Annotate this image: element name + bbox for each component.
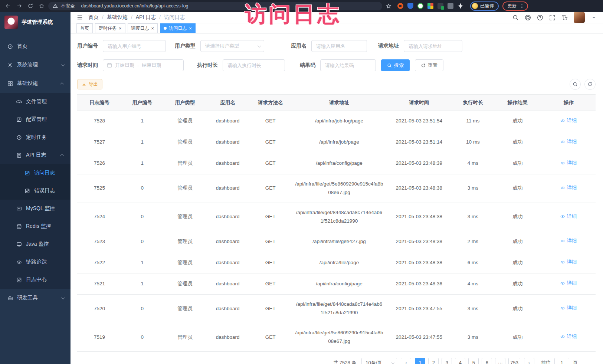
- cell-user-type: 管理员: [163, 174, 207, 203]
- page-number-button[interactable]: 6: [482, 358, 492, 364]
- refresh-table-button[interactable]: [584, 79, 596, 90]
- detail-link[interactable]: 详细: [560, 279, 577, 288]
- chevron-down-icon: [391, 361, 394, 364]
- detail-link[interactable]: 详细: [560, 212, 577, 221]
- java-icon: [16, 242, 22, 247]
- page-number-button[interactable]: 2: [428, 358, 439, 364]
- cell-result: 成功: [494, 295, 542, 323]
- search-button[interactable]: 搜索: [381, 59, 410, 71]
- config-icon: [16, 117, 22, 122]
- browser-home-icon[interactable]: [39, 3, 45, 9]
- sidebar-item[interactable]: 文件管理: [0, 93, 71, 111]
- detail-link[interactable]: 详细: [560, 258, 577, 266]
- cell-result: 成功: [494, 132, 542, 153]
- user-avatar[interactable]: [574, 12, 585, 23]
- sidebar-item[interactable]: 访问日志: [0, 164, 71, 182]
- search-icon[interactable]: [512, 14, 519, 21]
- sidebar-item[interactable]: 错误日志: [0, 182, 71, 200]
- breadcrumb-item[interactable]: 基础设施: [107, 14, 136, 21]
- cell-time: 2021-05-03 23:48:38: [386, 252, 452, 273]
- total-count: 共 7528 条: [333, 360, 356, 364]
- extension-green-icon[interactable]: [417, 3, 423, 9]
- col-url: 请求地址: [293, 95, 386, 111]
- paused-badge[interactable]: 已暂停: [470, 1, 499, 11]
- page-number-button[interactable]: 5: [468, 358, 479, 364]
- request-url-input[interactable]: [404, 40, 462, 52]
- breadcrumb-item[interactable]: API 日志: [136, 14, 164, 21]
- tag-tab[interactable]: 首页 ×: [76, 23, 93, 33]
- font-size-icon[interactable]: [561, 14, 568, 21]
- sidebar-item[interactable]: Java 监控: [0, 235, 71, 253]
- address-bar[interactable]: 不安全 dashboard.yudao.iocoder.cn/infra/log…: [48, 2, 382, 10]
- cell-url: /api/infra/job-log/page: [293, 111, 386, 132]
- bookmark-star-icon[interactable]: [386, 3, 391, 9]
- extension-person-icon[interactable]: [448, 3, 453, 9]
- table-row: 7526 1 管理员 dashboard GET /api/infra/conf…: [77, 153, 596, 174]
- duration-input[interactable]: [223, 59, 285, 71]
- page-number-button[interactable]: 1: [415, 358, 425, 364]
- close-icon[interactable]: ×: [151, 26, 154, 31]
- github-icon[interactable]: [525, 14, 531, 21]
- sidebar-item[interactable]: 定时任务: [0, 128, 71, 146]
- toggle-search-button[interactable]: [570, 79, 581, 90]
- detail-link[interactable]: 详细: [560, 237, 577, 245]
- refresh-icon: [587, 82, 593, 87]
- extension-translate-icon[interactable]: [437, 3, 443, 9]
- eye-icon: [560, 186, 565, 190]
- page-number-button[interactable]: 4: [455, 358, 465, 364]
- page-number-button[interactable]: 753: [508, 358, 520, 364]
- app-name-input[interactable]: [311, 40, 367, 52]
- extension-puzzle-icon[interactable]: [458, 3, 463, 9]
- sidebar-item[interactable]: 研发工具: [0, 289, 71, 307]
- browser-reload-icon[interactable]: [27, 3, 33, 9]
- user-type-select[interactable]: 请选择用户类型: [200, 40, 264, 52]
- logo-row[interactable]: 芋道管理系统: [0, 12, 71, 33]
- page-size-select[interactable]: 10条/页: [361, 358, 397, 364]
- user-id-input[interactable]: [103, 40, 166, 52]
- sidebar-item[interactable]: MySQL 监控: [0, 200, 71, 217]
- goto-page-input[interactable]: [554, 358, 569, 364]
- sidebar-item[interactable]: 首页: [0, 37, 71, 56]
- browser-forward-icon[interactable]: [16, 3, 22, 9]
- reset-button[interactable]: 重置: [415, 59, 443, 71]
- fullscreen-icon[interactable]: [549, 14, 556, 21]
- request-time-range-picker[interactable]: 开始日期 - 结束日期: [103, 59, 184, 71]
- tag-tab[interactable]: 调度日志 ×: [128, 23, 158, 33]
- export-button[interactable]: 导出: [77, 79, 102, 89]
- sidebar-item[interactable]: 配置管理: [0, 111, 71, 128]
- sidebar-item[interactable]: 链路追踪: [0, 253, 71, 271]
- page-number-button[interactable]: 3: [442, 358, 452, 364]
- detail-link[interactable]: 详细: [560, 332, 577, 341]
- tag-tab[interactable]: 定时任务 ×: [95, 23, 125, 33]
- detail-link[interactable]: 详细: [560, 304, 577, 312]
- extension-grid-icon[interactable]: [427, 3, 433, 9]
- sidebar-item[interactable]: Redis 监控: [0, 217, 71, 235]
- browser-back-icon[interactable]: [5, 3, 11, 9]
- extension-shield-icon[interactable]: [407, 3, 413, 9]
- result-code-input[interactable]: [320, 59, 376, 71]
- detail-link[interactable]: 详细: [560, 159, 577, 167]
- page-number-button[interactable]: ···: [495, 358, 505, 364]
- cell-log-id: 7528: [77, 111, 122, 132]
- prev-page-button[interactable]: ‹: [401, 358, 411, 364]
- sidebar-item[interactable]: 系统管理: [0, 56, 71, 74]
- close-icon[interactable]: ×: [119, 26, 122, 31]
- breadcrumb-item[interactable]: 访问日志: [164, 14, 185, 21]
- col-time: 请求时间: [386, 95, 452, 111]
- help-icon[interactable]: [537, 14, 543, 21]
- sidebar-item[interactable]: API 日志: [0, 146, 71, 164]
- browser-menu-dots-icon[interactable]: [520, 4, 524, 9]
- detail-link[interactable]: 详细: [560, 184, 577, 192]
- next-page-button[interactable]: ›: [524, 358, 534, 364]
- hamburger-icon[interactable]: [76, 14, 83, 21]
- detail-link[interactable]: 详细: [560, 117, 577, 125]
- caret-down-icon[interactable]: [591, 14, 597, 21]
- update-button[interactable]: 更新: [502, 1, 528, 11]
- sidebar-item[interactable]: 基础设施: [0, 74, 71, 93]
- close-icon[interactable]: ×: [189, 26, 192, 31]
- detail-link[interactable]: 详细: [560, 138, 577, 146]
- sidebar-item[interactable]: 日志中心: [0, 271, 71, 289]
- tag-tab[interactable]: 访问日志 ×: [160, 23, 196, 33]
- breadcrumb-item[interactable]: 首页: [88, 14, 107, 21]
- extension-orange-icon[interactable]: [397, 3, 403, 9]
